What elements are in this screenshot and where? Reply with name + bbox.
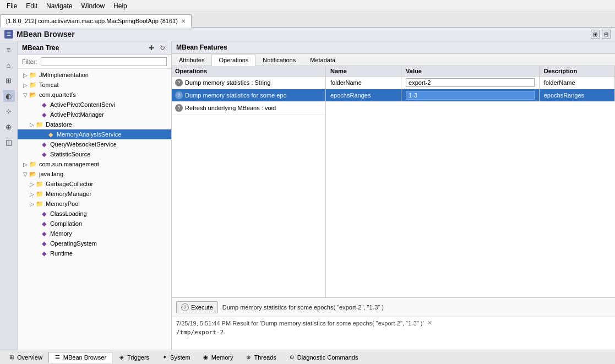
node-label-apc: ActivePivotContentServi [50, 101, 115, 108]
tab-metadata[interactable]: Metadata [303, 54, 342, 66]
node-label-jmimpl: JMImplementation [39, 72, 89, 78]
cell-epochsranges-desc: epochsRanges [539, 89, 614, 102]
folder-icon-tomcat: 📁 [29, 81, 37, 89]
bottom-tab-overview[interactable]: ⊞ Overview [2, 352, 48, 363]
cell-epochsranges-value[interactable] [401, 89, 540, 102]
leaf-icon-os: ◆ [40, 240, 48, 247]
sidebar-icon-1[interactable]: ⌂ [3, 59, 15, 71]
node-label-os: OperatingSystem [50, 240, 97, 247]
filter-row: Filter: [18, 55, 171, 69]
tab-close-button[interactable]: ✕ [181, 18, 186, 24]
mbean-browser-icon: ☰ [4, 30, 13, 39]
left-sidebar: ≡ ⌂ ⊞ ◐ ✧ ⊕ ◫ [0, 41, 18, 350]
menu-navigate[interactable]: Navigate [42, 1, 77, 11]
node-label-comp: Compilation [50, 220, 82, 227]
mbean-tree-title: MBean Tree [22, 44, 59, 52]
layout-icon-2[interactable]: ⊟ [602, 30, 611, 39]
execute-command-text: Dump memory statistics for some epochs( … [222, 304, 384, 311]
tree-node-compilation[interactable]: ◆ Compilation [18, 219, 171, 229]
mbean-browser-title: MBean Browser [17, 30, 75, 39]
tree-node-comsunmanagement[interactable]: ▷ 📁 com.sun.management [18, 159, 171, 169]
menu-file[interactable]: File [2, 1, 21, 11]
menu-window[interactable]: Window [77, 1, 109, 11]
result-close-button[interactable]: ✕ [427, 319, 432, 327]
sidebar-icon-4[interactable]: ✧ [3, 105, 15, 117]
node-label-comquartetfs: com.quartetfs [39, 91, 76, 98]
memory-icon: ◉ [203, 354, 209, 361]
main-tab[interactable]: [1.8.0_212] com.activeviam.mac.app.MacSp… [0, 14, 192, 28]
tree-node-datastore[interactable]: ▷ 📁 Datastore [18, 119, 171, 129]
node-label-datastore: Datastore [46, 121, 72, 128]
operation-item-dump-mem[interactable]: ? Dump memory statistics : String [172, 77, 325, 89]
cell-foldername-desc: folderName [539, 77, 614, 89]
tree-node-activepivotcontentservi[interactable]: ◆ ActivePivotContentServi [18, 100, 171, 110]
node-label-tomcat: Tomcat [39, 82, 58, 88]
layout-icon-1[interactable]: ⊞ [591, 30, 600, 39]
operation-item-refresh[interactable]: ? Refresh underlying MBeans : void [172, 102, 325, 115]
bottom-tab-triggers[interactable]: ◈ Triggers [112, 352, 155, 363]
threads-icon: ⊛ [245, 354, 252, 361]
sidebar-icon-6[interactable]: ◫ [3, 136, 15, 148]
sidebar-icon-5[interactable]: ⊕ [3, 121, 15, 133]
bottom-tab-diagnostic-commands[interactable]: ⊙ Diagnostic Commands [282, 352, 364, 363]
feature-tabs: Attributes Operations Notifications Meta… [172, 54, 615, 66]
bottom-tab-mbean-browser[interactable]: ☰ MBean Browser [48, 352, 112, 363]
tree-node-jmimpl[interactable]: ▷ 📁 JMImplementation [18, 70, 171, 80]
tab-attributes[interactable]: Attributes [172, 54, 211, 66]
tree-node-querywebsocketservice[interactable]: ◆ QueryWebsocketService [18, 139, 171, 149]
tree-node-statisticsource[interactable]: ◆ StatisticSource [18, 149, 171, 159]
leaf-icon-qws: ◆ [40, 140, 48, 148]
node-label-mem: Memory [50, 230, 72, 237]
filter-input[interactable] [41, 57, 167, 66]
operation-item-dump-mem-epochs[interactable]: ? Dump memory statistics for some epo [172, 89, 325, 102]
expand-icon-tomcat: ▷ [22, 82, 29, 88]
expand-icon-comquartetfs: ▽ [22, 92, 29, 98]
tab-notifications[interactable]: Notifications [255, 54, 303, 66]
tree-node-classloading[interactable]: ◆ ClassLoading [18, 209, 171, 219]
menu-edit[interactable]: Edit [21, 1, 42, 11]
mbean-browser-header: ☰ MBean Browser ⊞ ⊟ [0, 28, 615, 41]
folder-icon-mp: 📁 [35, 200, 44, 208]
tab-bar: [1.8.0_212] com.activeviam.mac.app.MacSp… [0, 12, 615, 28]
sidebar-icon-3[interactable]: ◐ [3, 90, 15, 102]
tree-node-memory[interactable]: ◆ Memory [18, 229, 171, 238]
tree-node-memoryanalysisservice[interactable]: ◆ MemoryAnalysisService [18, 129, 171, 139]
cell-foldername-value[interactable] [401, 77, 540, 89]
tree-node-tomcat[interactable]: ▷ 📁 Tomcat [18, 80, 171, 90]
cell-foldername-name: folderName [326, 77, 401, 89]
op-label-dump-mem: Dump memory statistics : String [185, 79, 270, 86]
tree-node-operatingsystem[interactable]: ◆ OperatingSystem [18, 238, 171, 248]
sidebar-icon-0[interactable]: ≡ [3, 44, 15, 56]
expand-icon-jmimpl: ▷ [22, 72, 29, 78]
node-label-javalang: java.lang [39, 171, 63, 177]
tree-node-activepivotmanager[interactable]: ◆ ActivePivotManager [18, 110, 171, 119]
sidebar-icon-2[interactable]: ⊞ [3, 74, 15, 86]
operations-list: Operations ? Dump memory statistics : St… [172, 66, 326, 297]
operations-top: Operations ? Dump memory statistics : St… [172, 66, 615, 297]
overview-icon: ⊞ [8, 354, 15, 361]
result-value: /tmp/export-2 [176, 329, 611, 336]
execute-button[interactable]: ? Execute [176, 301, 218, 313]
bottom-tab-triggers-label: Triggers [127, 354, 149, 361]
bottom-tab-system[interactable]: ✦ System [155, 352, 197, 363]
menu-help[interactable]: Help [109, 1, 132, 11]
add-mbean-button[interactable]: ✚ [147, 44, 156, 52]
table-row-foldername[interactable]: folderName folderName [326, 77, 615, 89]
leaf-icon-rt: ◆ [40, 249, 48, 257]
result-area: 7/25/19, 5:51:44 PM Result for 'Dump mem… [172, 317, 615, 350]
bottom-tab-threads[interactable]: ⊛ Threads [239, 352, 282, 363]
tree-node-runtime[interactable]: ◆ Runtime [18, 248, 171, 258]
tree-node-comquartetfs[interactable]: ▽ 📂 com.quartetfs [18, 90, 171, 100]
tree-node-memorymanager[interactable]: ▷ 📁 MemoryManager [18, 189, 171, 199]
execute-help-icon: ? [181, 303, 189, 311]
tree-node-garbagecollector[interactable]: ▷ 📁 GarbageCollector [18, 179, 171, 189]
tree-node-javalang[interactable]: ▽ 📂 java.lang [18, 169, 171, 179]
bottom-tab-memory[interactable]: ◉ Memory [197, 352, 240, 363]
triggers-icon: ◈ [118, 354, 125, 361]
refresh-mbean-button[interactable]: ↻ [158, 44, 167, 52]
tab-operations[interactable]: Operations [211, 54, 255, 66]
folder-icon-mm: 📁 [35, 190, 44, 198]
result-header-text: 7/25/19, 5:51:44 PM Result for 'Dump mem… [176, 320, 424, 327]
tree-node-memorypool[interactable]: ▷ 📁 MemoryPool [18, 199, 171, 209]
table-row-epochsranges[interactable]: epochsRanges epochsRanges [326, 89, 615, 102]
